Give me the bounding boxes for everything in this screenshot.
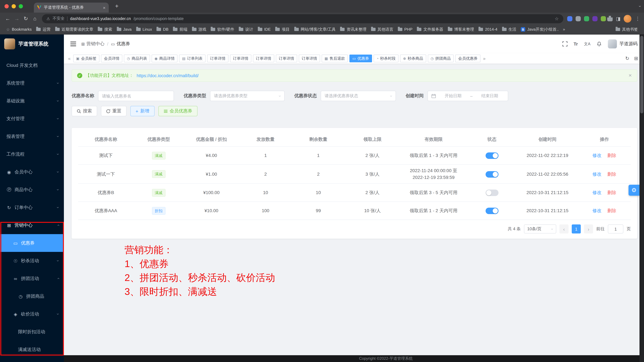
bookmark-item[interactable]: 2014-4	[476, 26, 500, 33]
bookmark-item[interactable]: 搜索	[96, 26, 114, 33]
next-page-button[interactable]: ›	[584, 224, 593, 233]
prev-page-button[interactable]: ‹	[560, 224, 568, 233]
status-switch[interactable]	[486, 190, 498, 196]
extension-icon[interactable]	[576, 16, 581, 21]
bookmark-item[interactable]: PHP	[396, 26, 415, 33]
tags-scroll-right-icon[interactable]: »	[482, 56, 486, 61]
page-tag[interactable]: ⊕ 秒杀商品	[400, 55, 426, 62]
tab-close-icon[interactable]: ×	[103, 5, 106, 10]
sidebar-menu-item[interactable]: Cloud 开发文档	[0, 57, 64, 74]
translate-icon[interactable]: 文A	[584, 41, 590, 47]
sidebar-menu-item[interactable]: ◈ 砍价活动	[0, 305, 64, 323]
bookmark-item[interactable]: 游戏	[190, 26, 208, 33]
search-button[interactable]: 搜索	[72, 106, 97, 116]
layout-grid-icon[interactable]: ⊞	[634, 56, 638, 61]
reload-button[interactable]: ↻	[21, 14, 30, 23]
bookmark-item[interactable]: Bookmarks	[4, 26, 34, 33]
page-tag[interactable]: 订单详情	[207, 55, 228, 62]
sidebar-menu-item[interactable]: ◷ 拼团商品	[0, 287, 64, 305]
bookmark-item[interactable]: 其他语言	[369, 26, 396, 33]
browser-menu-icon[interactable]: ⋮	[635, 16, 641, 22]
sidebar-menu-item[interactable]: Ⓟ 商品中心	[0, 181, 64, 199]
sidebar-menu-item[interactable]: ⊞ 营销中心	[0, 216, 64, 234]
alert-close-icon[interactable]: ×	[628, 72, 632, 79]
bookmarks-overflow-chevron[interactable]: »	[561, 27, 567, 32]
page-tag[interactable]: 会员详情	[101, 55, 122, 62]
page-tag[interactable]: ▣ 会员标签	[73, 55, 100, 62]
page-tag[interactable]: ▦ 售后退款	[322, 55, 348, 62]
date-range-picker[interactable]: 开始日期 – 结束日期	[428, 91, 508, 101]
browser-tab[interactable]: 芋道管理系统 - 优惠券 ×	[34, 3, 109, 13]
delete-link[interactable]: 删除	[607, 171, 616, 176]
sidebar-menu-item[interactable]: 工作流程	[0, 145, 64, 163]
page-tag[interactable]: 订单详情	[276, 55, 297, 62]
bookmark-item[interactable]: 前端	[171, 26, 190, 33]
status-switch[interactable]	[486, 208, 498, 214]
bookmark-item[interactable]: DB	[154, 26, 171, 33]
breadcrumb-marketing[interactable]: ⊞ 营销中心	[81, 41, 104, 47]
breadcrumb-coupon[interactable]: ▭ 优惠券	[111, 41, 130, 47]
edit-link[interactable]: 修改	[592, 171, 602, 176]
page-tag[interactable]: 会员优惠券	[455, 55, 480, 62]
extension-icon[interactable]	[584, 16, 589, 21]
collapse-menu-icon[interactable]	[70, 42, 76, 46]
forward-button[interactable]: →	[12, 14, 21, 23]
page-tag[interactable]: ▤ 订单列表	[179, 55, 206, 62]
extension-icon[interactable]	[567, 16, 572, 21]
bookmark-item[interactable]: 近期需要读的文章	[53, 26, 96, 33]
delete-link[interactable]: 删除	[607, 208, 616, 213]
sidebar-menu-item[interactable]: 支付管理	[0, 110, 64, 128]
page-tag[interactable]: ◉ 商品详情	[152, 55, 178, 62]
sidebar-menu-item[interactable]: 报表管理	[0, 128, 64, 145]
current-page-button[interactable]: 1	[572, 224, 581, 233]
page-tag[interactable]: 订单详情	[253, 55, 274, 62]
bookmark-item[interactable]: Linux	[134, 26, 154, 33]
tab-search-chevron-icon[interactable]: ›	[638, 6, 642, 7]
goto-page-input[interactable]	[608, 224, 623, 233]
page-tag[interactable]: ◷ 商品列表	[124, 55, 150, 62]
other-bookmarks[interactable]: 其他书签	[613, 26, 640, 33]
sidebar-menu-item[interactable]: 系统管理	[0, 74, 64, 92]
sidebar-menu-item[interactable]: ☉ 秒杀活动	[0, 252, 64, 270]
user-menu[interactable]: 芋道源码	[608, 39, 638, 49]
page-tag[interactable]: 订单详情	[230, 55, 251, 62]
bookmark-item[interactable]: 运营	[34, 26, 53, 33]
minimize-window-button[interactable]	[12, 4, 16, 9]
bookmark-item[interactable]: 资讯未整理	[338, 26, 369, 33]
extensions-puzzle-icon[interactable]	[607, 16, 613, 21]
sidebar-menu-item[interactable]: 基础设施	[0, 92, 64, 110]
sidebar-menu-item[interactable]: 限时折扣活动	[0, 323, 64, 341]
close-window-button[interactable]	[4, 4, 9, 9]
maximize-window-button[interactable]	[19, 4, 23, 9]
bookmark-item[interactable]: 文件服务器	[415, 26, 446, 33]
coupon-name-input[interactable]	[102, 94, 170, 98]
fullscreen-icon[interactable]	[562, 41, 568, 47]
edit-link[interactable]: 修改	[592, 208, 602, 213]
bookmark-item[interactable]: 生活	[500, 26, 518, 33]
page-tag[interactable]: ◷ 拼团商品	[428, 55, 454, 62]
coupon-status-select[interactable]: 请选择优惠券状态 ›	[321, 91, 396, 101]
font-size-icon[interactable]: Tr	[574, 41, 578, 47]
sidebar-menu-item[interactable]: ▭ 优惠券	[0, 234, 64, 252]
back-button[interactable]: ←	[3, 14, 12, 23]
app-logo[interactable]: 芋道管理系统	[0, 35, 64, 53]
sidebar-menu-item[interactable]: ∞ 拼团活动	[0, 270, 64, 287]
status-switch[interactable]	[486, 171, 498, 177]
settings-fab[interactable]: ⚙	[628, 185, 640, 196]
page-size-select[interactable]: 10条/页 ›	[524, 224, 556, 233]
refresh-page-icon[interactable]: ↻	[625, 56, 629, 61]
extension-icon[interactable]	[592, 16, 598, 21]
bookmark-item[interactable]: 项目	[273, 26, 292, 33]
delete-link[interactable]: 删除	[607, 190, 616, 195]
sidebar-menu-item[interactable]: ◉ 会员中心	[0, 163, 64, 181]
address-bar[interactable]: ⚠ 不安全 dashboard-vue3.yudao.iocoder.cn /p…	[42, 14, 563, 23]
tags-scroll-left-icon[interactable]: «	[67, 56, 72, 61]
sidebar-menu-item[interactable]: ↻ 订单中心	[0, 199, 64, 216]
member-coupon-button[interactable]: 会员优惠券	[158, 106, 198, 116]
home-button[interactable]: ⌂	[30, 14, 39, 23]
new-tab-button[interactable]: +	[112, 2, 121, 11]
edit-link[interactable]: 修改	[592, 190, 602, 195]
extension-icon[interactable]	[601, 16, 606, 21]
bookmark-item[interactable]: 软件/硬件	[208, 26, 236, 33]
page-tag[interactable]: ◔ 秒杀时段	[374, 55, 398, 62]
